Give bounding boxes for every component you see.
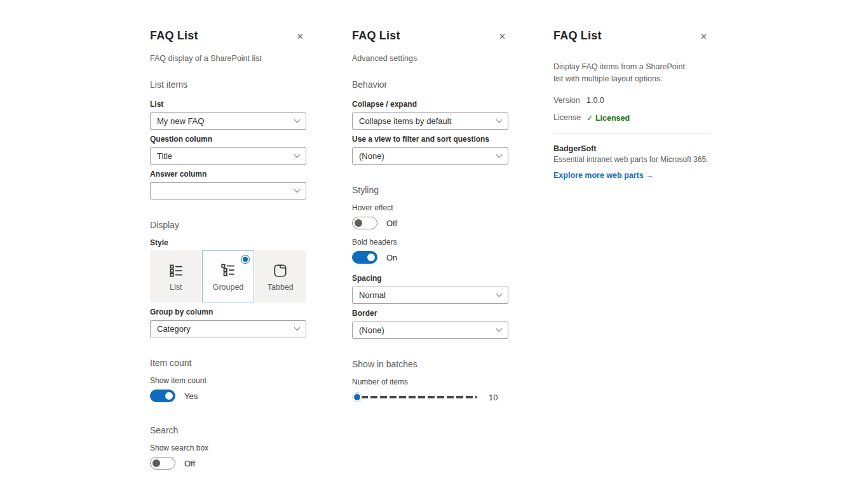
- radio-selected-icon: [241, 255, 250, 264]
- pane-header: FAQ List ✕: [150, 29, 306, 44]
- list-label: List: [150, 100, 306, 109]
- show-search-box-state: Off: [184, 459, 195, 468]
- license-status-badge: ✓ Licensed: [587, 113, 630, 123]
- show-search-box-label: Show search box: [150, 444, 306, 452]
- close-icon[interactable]: ✕: [698, 29, 710, 44]
- number-of-items-value: 10: [489, 393, 498, 402]
- chevron-down-icon: [294, 187, 301, 193]
- pane-title: FAQ List: [352, 29, 400, 43]
- close-icon[interactable]: ✕: [496, 29, 508, 44]
- pane-subtitle: Advanced settings: [352, 54, 508, 63]
- show-search-box-toggle[interactable]: [150, 457, 175, 470]
- slider-track: [361, 396, 477, 398]
- hover-effect-toggle[interactable]: [352, 217, 377, 229]
- view-filter-label: Use a view to filter and sort questions: [352, 135, 508, 144]
- pane-header: FAQ List ✕: [553, 29, 710, 44]
- border-value: (None): [359, 325, 384, 335]
- list-dropdown-value: My new FAQ: [157, 116, 204, 126]
- slider-thumb[interactable]: [352, 392, 362, 402]
- collapse-expand-value: Collapse items by default: [359, 116, 451, 126]
- toggle-knob: [165, 392, 173, 400]
- vendor-tagline: Essential intranet web parts for Microso…: [553, 155, 710, 164]
- collapse-expand-dropdown[interactable]: Collapse items by default: [352, 112, 508, 130]
- grouped-style-icon: [220, 262, 236, 278]
- style-label: Style: [150, 238, 306, 247]
- group-by-label: Group by column: [150, 308, 306, 316]
- collapse-expand-label: Collapse / expand: [352, 100, 508, 109]
- close-icon[interactable]: ✕: [294, 29, 306, 44]
- border-label: Border: [352, 309, 508, 318]
- bold-headers-label: Bold headers: [352, 238, 508, 247]
- vendor-name: BadgerSoft: [553, 144, 710, 153]
- property-pane-advanced: FAQ List ✕ Advanced settings Behavior Co…: [352, 29, 508, 402]
- question-column-label: Question column: [150, 135, 306, 144]
- question-column-value: Title: [157, 151, 172, 161]
- webpart-description: Display FAQ items from a SharePoint list…: [553, 61, 693, 86]
- show-item-count-toggle[interactable]: [150, 390, 175, 402]
- bold-headers-state: On: [386, 253, 397, 262]
- property-pane-basic: FAQ List ✕ FAQ display of a SharePoint l…: [150, 29, 306, 470]
- style-option-grouped[interactable]: Grouped: [202, 250, 254, 302]
- toggle-knob: [355, 219, 362, 227]
- explore-web-parts-link[interactable]: Explore more web parts →: [553, 171, 710, 180]
- toggle-knob: [367, 254, 375, 261]
- show-item-count-state: Yes: [184, 391, 198, 401]
- section-behavior: Behavior: [352, 79, 508, 90]
- style-option-label: List: [170, 283, 182, 292]
- divider: [553, 133, 710, 134]
- section-item-count: Item count: [150, 358, 306, 368]
- chevron-down-icon: [496, 117, 503, 123]
- section-show-in-batches: Show in batches: [352, 359, 508, 369]
- answer-column-dropdown[interactable]: [150, 182, 306, 200]
- section-styling: Styling: [352, 185, 508, 195]
- license-label: License: [553, 113, 587, 123]
- answer-column-label: Answer column: [150, 170, 306, 179]
- toggle-knob: [153, 459, 160, 467]
- license-row: License ✓ Licensed: [553, 113, 710, 123]
- view-filter-value: (None): [359, 151, 384, 161]
- style-option-tabbed[interactable]: Tabbed: [255, 250, 306, 302]
- spacing-label: Spacing: [352, 274, 508, 283]
- spacing-value: Normal: [359, 290, 386, 300]
- group-by-dropdown[interactable]: Category: [150, 320, 306, 337]
- pane-subtitle: FAQ display of a SharePoint list: [150, 54, 306, 63]
- version-label: Version: [553, 96, 587, 105]
- hover-effect-label: Hover effect: [352, 203, 508, 212]
- style-option-label: Tabbed: [268, 283, 294, 292]
- number-of-items-label: Number of items: [352, 377, 508, 386]
- version-value: 1.0.0: [587, 96, 604, 105]
- show-item-count-label: Show item count: [150, 376, 306, 385]
- list-dropdown[interactable]: My new FAQ: [150, 112, 306, 130]
- section-display: Display: [150, 220, 306, 230]
- chevron-down-icon: [294, 152, 301, 158]
- view-filter-dropdown[interactable]: (None): [352, 147, 508, 165]
- style-option-label: Grouped: [213, 283, 244, 292]
- number-of-items-slider[interactable]: [352, 392, 477, 402]
- chevron-down-icon: [496, 291, 503, 297]
- style-option-list[interactable]: List: [150, 250, 201, 302]
- section-search: Search: [150, 425, 306, 435]
- pane-header: FAQ List ✕: [352, 29, 508, 44]
- pane-title: FAQ List: [553, 29, 602, 43]
- version-row: Version 1.0.0: [553, 96, 710, 105]
- chevron-down-icon: [294, 325, 301, 331]
- question-column-dropdown[interactable]: Title: [150, 147, 306, 165]
- chevron-down-icon: [496, 326, 503, 332]
- style-choice-group: List Grouped Tabbed: [150, 250, 306, 302]
- hover-effect-state: Off: [386, 219, 397, 228]
- list-style-icon: [168, 262, 184, 278]
- tabbed-style-icon: [272, 262, 288, 278]
- property-pane-about: FAQ List ✕ Display FAQ items from a Shar…: [553, 29, 710, 180]
- group-by-value: Category: [157, 324, 191, 334]
- section-list-items: List items: [150, 79, 306, 90]
- border-dropdown[interactable]: (None): [352, 322, 508, 339]
- pane-title: FAQ List: [150, 29, 198, 43]
- chevron-down-icon: [496, 152, 503, 158]
- bold-headers-toggle[interactable]: [352, 251, 377, 264]
- chevron-down-icon: [294, 117, 301, 123]
- spacing-dropdown[interactable]: Normal: [352, 287, 508, 304]
